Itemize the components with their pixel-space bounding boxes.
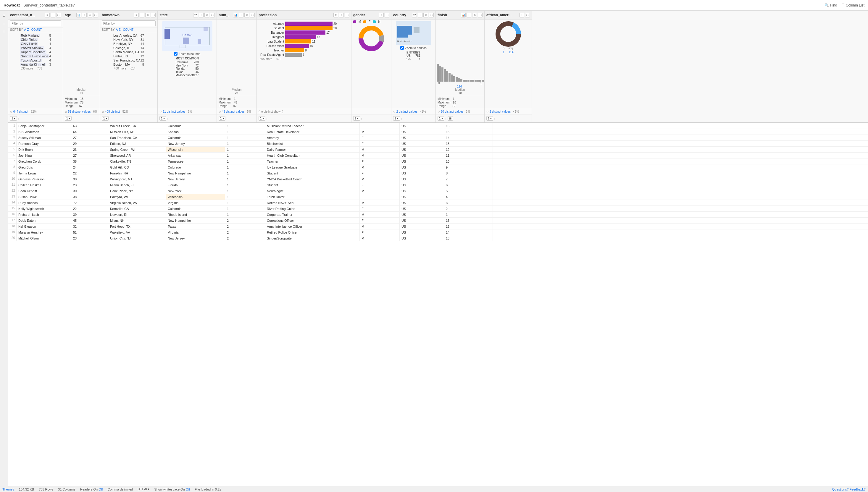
find-button[interactable]: 🔍 Find [824,3,837,7]
app-name: Rowboat [4,3,20,7]
column-list-button[interactable]: ⠿ Column List [842,3,864,7]
file-name: Survivor_contestant_table.csv [23,3,75,7]
topbar: Rowboat Survivor_contestant_table.csv 🔍 … [0,0,868,11]
